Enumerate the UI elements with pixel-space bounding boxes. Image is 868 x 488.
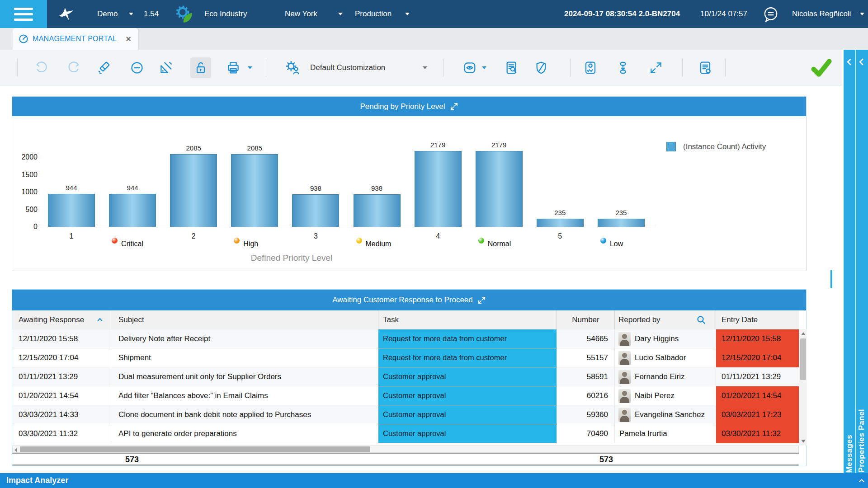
app-menu[interactable]: Demo: [97, 0, 118, 28]
impact-analyzer-expand-button[interactable]: [855, 473, 868, 488]
security-shield-button[interactable]: [531, 57, 552, 78]
tab-management-portal[interactable]: MANAGEMENT PORTAL ×: [13, 28, 138, 50]
legend-swatch: [666, 142, 676, 151]
tab-close-icon[interactable]: ×: [126, 34, 131, 43]
chart-bar: [415, 151, 462, 227]
x-axis-category-label: 1: [70, 232, 74, 240]
expand-table-icon[interactable]: [477, 296, 486, 305]
horizontal-scroll-thumb[interactable]: [20, 446, 370, 452]
sort-ascending-icon: [96, 316, 104, 324]
eraser-button[interactable]: [94, 57, 115, 78]
column-header-subject[interactable]: Subject: [111, 310, 378, 329]
bird-logo-icon: [56, 5, 76, 23]
design-mode-button[interactable]: [156, 57, 176, 78]
cell-entry-date: 01/11/2021 13:29: [716, 367, 799, 386]
undo-button[interactable]: [31, 57, 52, 78]
cell-subject: Add filter “Balances above:” in Email Cl…: [111, 386, 378, 405]
side-tab-messages[interactable]: Messages: [844, 50, 855, 488]
avatar: [618, 332, 631, 346]
table-row[interactable]: 03/03/2021 14:33Clone document in bank d…: [12, 405, 799, 424]
table-row[interactable]: 01/11/2021 13:29Dual measurement unit on…: [12, 367, 799, 386]
column-header-task[interactable]: Task: [378, 310, 557, 329]
customization-gear-icon[interactable]: [283, 57, 303, 78]
number-count: 573: [586, 455, 613, 465]
priority-dot-icon: [234, 238, 240, 244]
column-header-reported-by[interactable]: Reported by: [615, 310, 716, 329]
priority-dot-icon: [356, 238, 362, 244]
flow-hierarchy-button[interactable]: [613, 57, 633, 78]
view-button[interactable]: [459, 57, 480, 78]
scroll-up-arrow-icon[interactable]: [801, 332, 806, 335]
lock-button[interactable]: [190, 57, 211, 78]
column-header-awaiting-response[interactable]: Awaiting Response: [13, 310, 111, 329]
cell-awaiting-response: 01/11/2021 13:29: [13, 367, 111, 386]
table-vertical-scrollbar[interactable]: [799, 329, 807, 446]
cell-entry-date: 01/20/2021 14:54: [716, 386, 799, 405]
task-chip: Customer approval: [378, 405, 557, 424]
remove-button[interactable]: [127, 57, 147, 78]
expand-chart-icon[interactable]: [450, 102, 458, 111]
chart-bar: [231, 154, 278, 227]
environment-dropdown[interactable]: Production: [355, 0, 392, 28]
table-summary-row: 573 573: [12, 453, 799, 466]
app-menu-caret-icon: [129, 13, 133, 18]
view-options-caret-icon[interactable]: [482, 66, 486, 71]
cell-task: Customer approval: [378, 424, 557, 443]
cell-entry-date: 12/15/2020 17:04: [716, 348, 799, 367]
location-dropdown[interactable]: New York: [285, 0, 317, 28]
y-axis-tick-label: 500: [12, 205, 38, 214]
side-tab-properties-panel[interactable]: Properties Panel: [856, 50, 868, 488]
column-header-entry-date[interactable]: Entry Date: [716, 310, 799, 329]
log-clear-button[interactable]: [695, 57, 716, 78]
x-axis-category-label: 3: [314, 232, 318, 240]
bar-value-label: 235: [615, 209, 627, 216]
collapse-left-chevron-icon: [845, 57, 854, 67]
document-search-button[interactable]: [501, 57, 522, 78]
toolbar-divider: [725, 59, 726, 77]
table-row[interactable]: 03/30/2021 11:32API to generate order pr…: [12, 424, 799, 443]
chart-bar: [598, 219, 645, 227]
visual-validation-button[interactable]: [580, 57, 601, 78]
expand-fullscreen-button[interactable]: [646, 57, 666, 78]
eco-logo-icon: [175, 5, 193, 23]
chevron-up-icon: [858, 477, 865, 484]
priority-category-label: Critical: [112, 237, 143, 248]
subject-count: 573: [118, 455, 146, 465]
vertical-scroll-thumb[interactable]: [800, 338, 806, 380]
print-options-caret-icon[interactable]: [248, 66, 252, 71]
chart-bar: [170, 154, 217, 227]
table-row[interactable]: 12/11/2020 15:58Delivery Note after Rece…: [12, 329, 799, 348]
search-icon[interactable]: [696, 314, 707, 325]
cell-reported-by: Fernando Eiriz: [615, 367, 716, 386]
chart-bar: [109, 194, 156, 227]
chat-icon[interactable]: [762, 6, 779, 23]
customization-caret-icon[interactable]: [423, 66, 427, 71]
table-row[interactable]: 12/15/2020 17:04ShipmentRequest for more…: [12, 348, 799, 367]
user-menu[interactable]: Nicolas Regñicoli: [792, 0, 851, 28]
print-button[interactable]: [223, 57, 244, 78]
avatar: [618, 389, 631, 403]
task-chip: Customer approval: [378, 424, 557, 443]
scroll-down-arrow-icon[interactable]: [801, 440, 806, 443]
panel-splitter-handle[interactable]: [830, 270, 832, 288]
column-header-number[interactable]: Number: [557, 310, 615, 329]
location-caret-icon: [338, 13, 343, 18]
table-horizontal-scrollbar[interactable]: [12, 446, 799, 453]
avatar: [618, 370, 631, 384]
table-row[interactable]: 01/20/2021 14:54Add filter “Balances abo…: [12, 386, 799, 405]
scroll-left-arrow-icon[interactable]: [14, 448, 17, 452]
priority-category-label: Normal: [478, 237, 511, 248]
chart-bar: [354, 194, 401, 227]
toolbar-divider: [443, 59, 443, 77]
cell-entry-date: 03/30/2021 11:32: [716, 424, 799, 443]
impact-analyzer-bar[interactable]: Impact Analyzer: [0, 473, 855, 488]
cell-subject: Clone document in bank debit note applie…: [111, 405, 378, 424]
customization-dropdown[interactable]: Default Customization: [310, 57, 385, 78]
redo-button[interactable]: [64, 57, 85, 78]
company-label: Eco Industry: [204, 0, 247, 28]
hamburger-menu-button[interactable]: [0, 0, 47, 28]
chart-panel-header: Pending by Priority Level: [12, 97, 806, 116]
y-axis-tick-label: 2000: [12, 153, 38, 162]
chart-legend[interactable]: (Instance Count) Activity: [666, 142, 766, 151]
y-axis-tick-label: 0: [12, 222, 38, 231]
